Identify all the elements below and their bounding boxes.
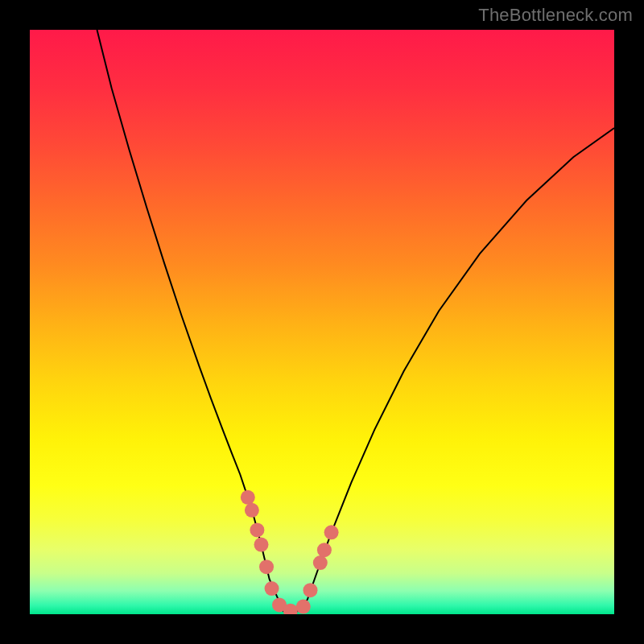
curve-marker <box>296 600 311 614</box>
watermark-label: TheBottleneck.com <box>478 5 633 26</box>
curve-markers <box>241 490 339 614</box>
curve-marker <box>250 522 264 537</box>
plot-area <box>30 30 614 614</box>
curve-marker <box>317 543 332 557</box>
curve-marker <box>324 525 339 539</box>
curve-marker <box>303 583 317 597</box>
bottleneck-curve <box>97 30 614 611</box>
curve-layer <box>30 30 614 614</box>
curve-marker <box>241 490 255 505</box>
curve-marker <box>245 503 259 518</box>
curve-marker <box>313 555 328 570</box>
curve-marker <box>265 581 279 596</box>
curve-marker <box>259 559 274 574</box>
chart-frame: TheBottleneck.com <box>0 0 644 644</box>
curve-marker <box>254 538 269 552</box>
